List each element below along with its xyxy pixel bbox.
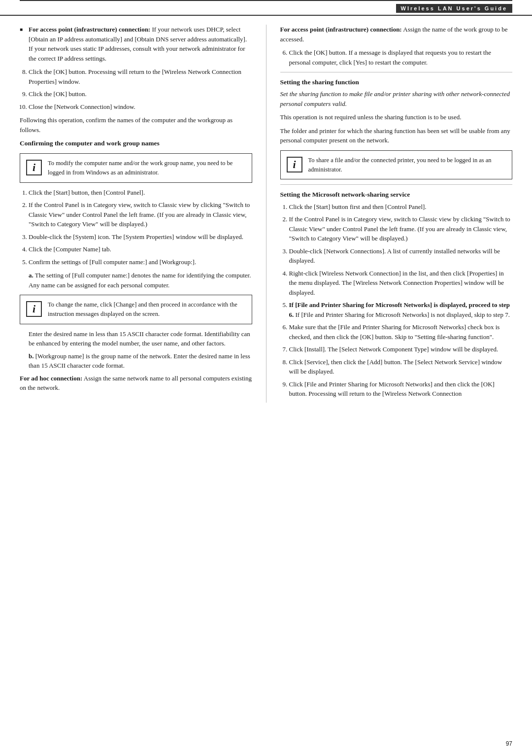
hr-1 — [280, 72, 513, 72]
list-item: If the Control Panel is in Category view… — [29, 200, 252, 229]
column-divider — [266, 25, 266, 403]
bullet-label: For access point (infrastructure) connec… — [29, 26, 150, 33]
sharing-para-2: The folder and printer for which the sha… — [280, 126, 513, 145]
ms-item-5-normal: If [File and Printer Sharing for Microso… — [296, 311, 510, 318]
list-item: Click the [OK] button. Processing will r… — [29, 67, 252, 86]
sub-item-b-text: [Workgroup name] is the group name of th… — [29, 352, 250, 370]
list-item: Click the [OK] button. — [29, 89, 252, 99]
sharing-para-1: This operation is not required unless th… — [280, 112, 513, 122]
list-item: Click [File and Printer Sharing for Micr… — [289, 379, 513, 399]
sub-item-a: a. The setting of [Full computer name:] … — [29, 271, 252, 290]
list-item: Close the [Network Connection] window. — [29, 102, 252, 112]
info-icon-1: i — [26, 160, 42, 175]
info-icon-2: i — [26, 301, 42, 317]
list-item: If [File and Printer Sharing for Microso… — [289, 300, 513, 319]
info-icon-3: i — [287, 157, 302, 172]
list-item: Click the [Start] button first and then … — [289, 202, 513, 212]
setting-ms-heading: Setting the Microsoft network-sharing se… — [280, 190, 513, 200]
access-point-para: For access point (infrastructure) connec… — [280, 25, 513, 44]
setting-sharing-italic: Set the sharing function to make file an… — [280, 89, 513, 108]
numbered-list-6: Click the [OK] button. If a message is d… — [280, 48, 513, 67]
list-item: Double-click the [System] icon. The [Sys… — [29, 232, 252, 242]
confirming-heading: Confirming the computer and work group n… — [20, 138, 252, 148]
list-item: Click the [Computer Name] tab. — [29, 244, 252, 254]
left-column: For access point (infrastructure) connec… — [20, 25, 252, 403]
numbered-list-top: Click the [OK] button. Processing will r… — [20, 67, 252, 111]
bullet-item-access-point: For access point (infrastructure) connec… — [20, 25, 252, 63]
hr-2 — [280, 184, 513, 185]
sub-item-label: a. — [29, 272, 33, 279]
right-column: For access point (infrastructure) connec… — [280, 25, 513, 403]
sub-item-b-label: b. — [29, 352, 33, 360]
list-item: Click the [OK] button. If a message is d… — [289, 48, 513, 67]
list-item: Make sure that the [File and Printer Sha… — [289, 322, 513, 342]
sub-item-b: b. [Workgroup name] is the group name of… — [29, 351, 252, 371]
bullet-list: For access point (infrastructure) connec… — [20, 25, 252, 63]
following-para: Following this operation, confirm the na… — [20, 115, 252, 135]
list-item: Confirm the settings of [Full computer n… — [29, 257, 252, 267]
list-item: If the Control Panel is in Category view… — [289, 214, 513, 243]
page-number: 97 — [506, 740, 512, 747]
header: WIreless LAN User's Guide — [0, 1, 532, 16]
info-text-2: To change the name, click [Change] and t… — [48, 300, 246, 319]
adhoc-para: For ad hoc connection: Assign the same n… — [20, 374, 252, 393]
numbered-list-main: Click the [Start] button, then [Control … — [20, 188, 252, 267]
adhoc-label: For ad hoc connection: — [20, 375, 82, 382]
list-item: Click the [Start] button, then [Control … — [29, 188, 252, 198]
page: WIreless LAN User's Guide For access poi… — [0, 0, 532, 756]
setting-sharing-heading: Setting the sharing function — [280, 77, 513, 87]
main-columns: For access point (infrastructure) connec… — [0, 16, 532, 412]
list-item: Right-click [Wireless Network Connection… — [289, 269, 513, 298]
header-title: WIreless LAN User's Guide — [396, 4, 512, 13]
info-box-1: i To modify the computer name and/or the… — [20, 153, 252, 183]
list-item: Click [Service], then click the [Add] bu… — [289, 357, 513, 377]
info-box-3: i To share a file and/or the connected p… — [280, 150, 513, 180]
sub-para-ascii: Enter the desired name in less than 15 A… — [29, 329, 252, 348]
ms-numbered-list: Click the [Start] button first and then … — [280, 202, 513, 399]
info-text-1: To modify the computer name and/or the w… — [48, 159, 246, 177]
sub-item-text: The setting of [Full computer name:] den… — [29, 272, 251, 289]
info-text-3: To share a file and/or the connected pri… — [308, 156, 506, 174]
list-item: Click [Install]. The [Select Network Com… — [289, 344, 513, 354]
list-item: Double-click [Network Connections]. A li… — [289, 246, 513, 266]
info-box-2: i To change the name, click [Change] and… — [20, 295, 252, 324]
access-point-label: For access point (infrastructure) connec… — [280, 26, 402, 33]
